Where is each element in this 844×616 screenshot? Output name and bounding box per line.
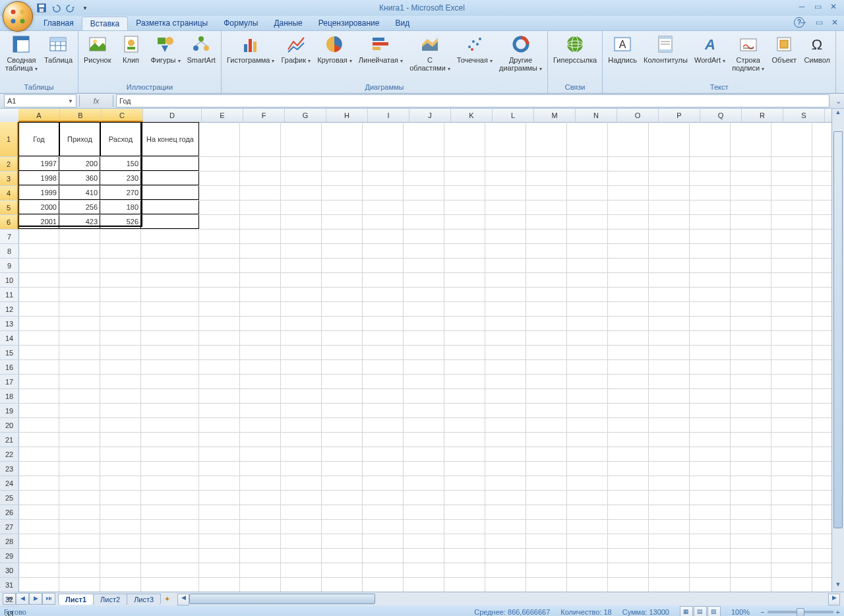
ribbon-wordart[interactable]: AWordArt ▾ — [692, 32, 728, 66]
cell[interactable] — [526, 534, 567, 548]
cell[interactable] — [281, 122, 322, 156]
cell[interactable] — [731, 230, 771, 243]
cell[interactable] — [485, 200, 526, 214]
cell[interactable] — [771, 317, 812, 330]
cell[interactable] — [608, 505, 649, 519]
cell[interactable] — [567, 230, 608, 243]
cell[interactable] — [649, 447, 690, 461]
ribbon-tab-рецензирование[interactable]: Рецензирование — [311, 16, 388, 30]
cell[interactable] — [59, 360, 100, 374]
cell[interactable] — [404, 171, 444, 185]
cell[interactable]: 1997 — [18, 157, 59, 171]
cell[interactable] — [526, 122, 567, 156]
row-header[interactable]: 4 — [0, 186, 18, 200]
cell[interactable] — [199, 520, 240, 534]
cell[interactable] — [100, 549, 141, 563]
cell[interactable] — [731, 331, 771, 345]
cell[interactable] — [690, 273, 731, 287]
cell[interactable] — [404, 259, 444, 272]
cell[interactable] — [690, 317, 731, 330]
fx-icon[interactable]: fx — [90, 97, 103, 105]
cell[interactable] — [240, 244, 281, 258]
cell[interactable] — [526, 331, 567, 345]
cell[interactable] — [322, 230, 363, 243]
cell[interactable] — [731, 317, 771, 330]
cell[interactable] — [771, 476, 812, 490]
cell[interactable] — [690, 549, 731, 563]
cell[interactable] — [731, 244, 771, 258]
cell[interactable] — [240, 578, 281, 592]
cell[interactable] — [731, 171, 771, 185]
ribbon-tab-главная[interactable]: Главная — [36, 16, 82, 30]
cell[interactable] — [649, 200, 690, 214]
column-header[interactable]: P — [659, 109, 700, 122]
row-header[interactable]: 26 — [0, 505, 18, 520]
cell[interactable] — [649, 259, 690, 272]
cell[interactable] — [100, 288, 141, 301]
cell[interactable] — [100, 404, 141, 417]
cell[interactable] — [322, 171, 363, 185]
cell[interactable] — [141, 259, 199, 272]
cell[interactable] — [608, 288, 649, 301]
cell[interactable] — [59, 447, 100, 461]
cell[interactable] — [100, 273, 141, 287]
cell[interactable] — [526, 230, 567, 243]
cell[interactable] — [567, 433, 608, 447]
cell[interactable]: 423 — [59, 215, 100, 229]
workbook-restore[interactable]: ▭ — [812, 17, 826, 28]
column-header[interactable]: N — [576, 109, 617, 122]
cell[interactable] — [690, 186, 731, 200]
cell[interactable] — [240, 230, 281, 243]
cell[interactable] — [731, 375, 771, 388]
cell[interactable] — [141, 375, 199, 388]
cell[interactable] — [771, 346, 812, 359]
cell[interactable] — [240, 375, 281, 388]
cell[interactable] — [567, 317, 608, 330]
scroll-left-icon[interactable]: ◀ — [177, 594, 189, 605]
cell[interactable] — [567, 331, 608, 345]
cell[interactable] — [731, 418, 771, 432]
cell[interactable] — [363, 534, 404, 548]
cell[interactable] — [18, 288, 59, 301]
row-header[interactable]: 5 — [0, 200, 18, 215]
cell[interactable] — [322, 244, 363, 258]
cell[interactable] — [731, 433, 771, 447]
cell[interactable] — [649, 476, 690, 490]
cell[interactable] — [404, 317, 444, 330]
cell[interactable] — [404, 462, 444, 476]
cell[interactable] — [363, 491, 404, 505]
cell[interactable] — [363, 244, 404, 258]
cell[interactable] — [59, 549, 100, 563]
cell[interactable] — [281, 186, 322, 200]
cell[interactable] — [731, 447, 771, 461]
cell[interactable] — [404, 404, 444, 417]
cell[interactable] — [731, 534, 771, 548]
cell[interactable] — [363, 317, 404, 330]
row-header[interactable]: 3 — [0, 171, 18, 186]
cell[interactable] — [240, 534, 281, 548]
cell[interactable] — [771, 375, 812, 388]
cell[interactable] — [322, 491, 363, 505]
cell[interactable] — [141, 302, 199, 316]
new-sheet-icon[interactable]: ✦ — [160, 595, 173, 603]
cell[interactable] — [363, 476, 404, 490]
cell[interactable] — [59, 462, 100, 476]
cell[interactable] — [18, 360, 59, 374]
cell[interactable] — [444, 302, 485, 316]
cell[interactable] — [608, 418, 649, 432]
cell[interactable] — [567, 375, 608, 388]
cell[interactable] — [199, 360, 240, 374]
cell[interactable] — [199, 317, 240, 330]
cell[interactable] — [771, 462, 812, 476]
cell[interactable] — [526, 215, 567, 229]
cell[interactable] — [141, 230, 199, 243]
cell[interactable] — [100, 491, 141, 505]
cell[interactable] — [731, 476, 771, 490]
cell[interactable] — [240, 418, 281, 432]
cell[interactable] — [731, 157, 771, 171]
cell[interactable] — [567, 520, 608, 534]
cell[interactable] — [59, 244, 100, 258]
cell[interactable] — [444, 122, 485, 156]
cell[interactable] — [404, 563, 444, 577]
ribbon-гистограмма[interactable]: Гистограмма ▾ — [224, 32, 278, 66]
